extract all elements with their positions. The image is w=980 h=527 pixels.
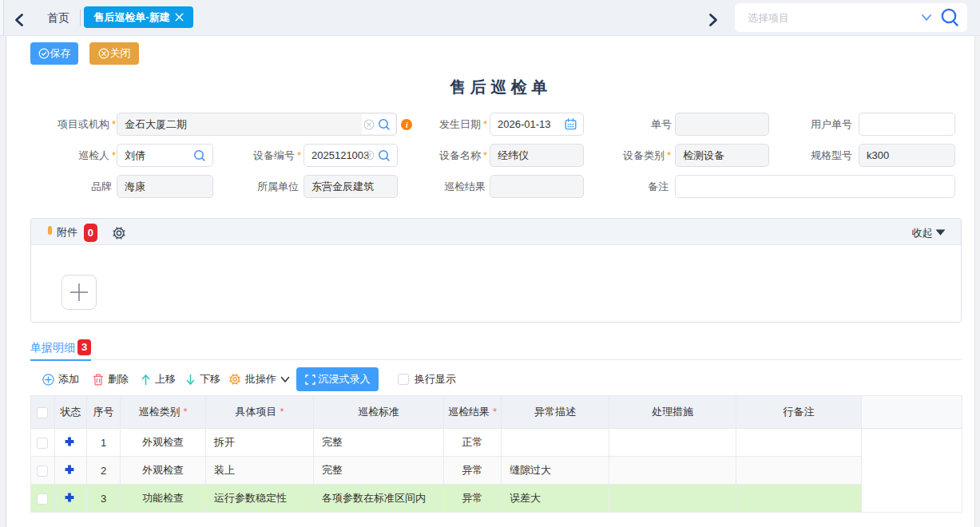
svg-text:i: i [406,121,408,129]
